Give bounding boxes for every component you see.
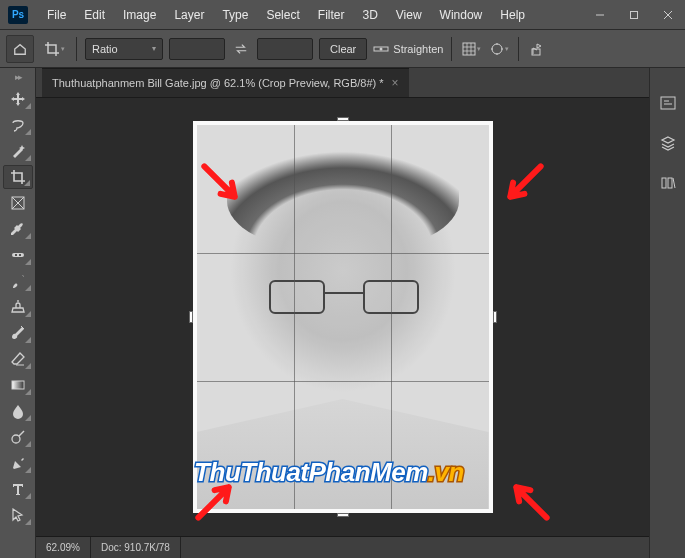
svg-rect-12 (668, 178, 672, 188)
menu-window[interactable]: Window (431, 2, 492, 28)
move-tool[interactable] (3, 87, 33, 111)
properties-panel-icon[interactable] (657, 92, 679, 114)
menu-image[interactable]: Image (114, 2, 165, 28)
document-tab[interactable]: Thuthuatphanmem Bill Gate.jpg @ 62.1% (C… (42, 68, 409, 97)
level-icon (373, 43, 389, 55)
libraries-panel-icon[interactable] (657, 172, 679, 194)
dodge-tool[interactable] (3, 425, 33, 449)
path-selection-tool[interactable] (3, 503, 33, 527)
menu-3d[interactable]: 3D (353, 2, 386, 28)
share-button[interactable] (527, 38, 549, 60)
menu-filter[interactable]: Filter (309, 2, 354, 28)
swap-dimensions-button[interactable] (231, 39, 251, 59)
svg-rect-0 (631, 11, 638, 18)
gradient-tool[interactable] (3, 373, 33, 397)
menu-select[interactable]: Select (257, 2, 308, 28)
home-button[interactable] (6, 35, 34, 63)
crop-tool-preset-icon[interactable] (40, 35, 68, 63)
menu-edit[interactable]: Edit (75, 2, 114, 28)
layers-panel-icon[interactable] (657, 132, 679, 154)
overlay-options-button[interactable] (460, 38, 482, 60)
menu-file[interactable]: File (38, 2, 75, 28)
pen-tool[interactable] (3, 451, 33, 475)
straighten-button[interactable]: Straighten (373, 43, 443, 55)
menu-layer[interactable]: Layer (165, 2, 213, 28)
panel-dock (649, 68, 685, 558)
window-restore-button[interactable] (617, 0, 651, 30)
svg-rect-11 (662, 178, 666, 188)
svg-point-4 (492, 44, 502, 54)
zoom-level[interactable]: 62.09% (36, 537, 91, 558)
crop-height-input[interactable] (257, 38, 313, 60)
eyedropper-tool[interactable] (3, 217, 33, 241)
menu-view[interactable]: View (387, 2, 431, 28)
brush-tool[interactable] (3, 269, 33, 293)
lasso-tool[interactable] (3, 113, 33, 137)
eraser-tool[interactable] (3, 347, 33, 371)
crop-tool[interactable] (3, 165, 33, 189)
healing-brush-tool[interactable] (3, 243, 33, 267)
expand-tools-icon[interactable]: ▸▸ (15, 72, 21, 86)
svg-rect-3 (463, 43, 475, 55)
crop-width-input[interactable] (169, 38, 225, 60)
frame-tool[interactable] (3, 191, 33, 215)
svg-point-2 (380, 47, 383, 50)
magic-wand-tool[interactable] (3, 139, 33, 163)
crop-settings-button[interactable] (488, 38, 510, 60)
crop-ratio-dropdown[interactable]: Ratio (85, 38, 163, 60)
menu-type[interactable]: Type (213, 2, 257, 28)
svg-rect-10 (661, 97, 675, 109)
clone-stamp-tool[interactable] (3, 295, 33, 319)
history-brush-tool[interactable] (3, 321, 33, 345)
canvas-area[interactable]: ThuThuatPhanMem.vn (36, 98, 649, 536)
document-tab-title: Thuthuatphanmem Bill Gate.jpg @ 62.1% (C… (52, 77, 384, 89)
menu-help[interactable]: Help (491, 2, 534, 28)
crop-handle-bottom[interactable] (337, 513, 349, 517)
svg-rect-8 (12, 381, 24, 389)
svg-rect-7 (12, 253, 24, 257)
crop-handle-right[interactable] (493, 311, 497, 323)
svg-point-9 (12, 435, 20, 443)
tools-panel: ▸▸ (0, 68, 36, 558)
status-bar: 62.09% Doc: 910.7K/78 (36, 536, 649, 558)
document-info[interactable]: Doc: 910.7K/78 (91, 537, 181, 558)
blur-tool[interactable] (3, 399, 33, 423)
window-close-button[interactable] (651, 0, 685, 30)
close-tab-icon[interactable]: × (392, 76, 399, 90)
crop-handle-top[interactable] (337, 117, 349, 121)
clear-button[interactable]: Clear (319, 38, 367, 60)
window-minimize-button[interactable] (583, 0, 617, 30)
app-logo: Ps (8, 6, 28, 24)
type-tool[interactable] (3, 477, 33, 501)
crop-handle-left[interactable] (189, 311, 193, 323)
